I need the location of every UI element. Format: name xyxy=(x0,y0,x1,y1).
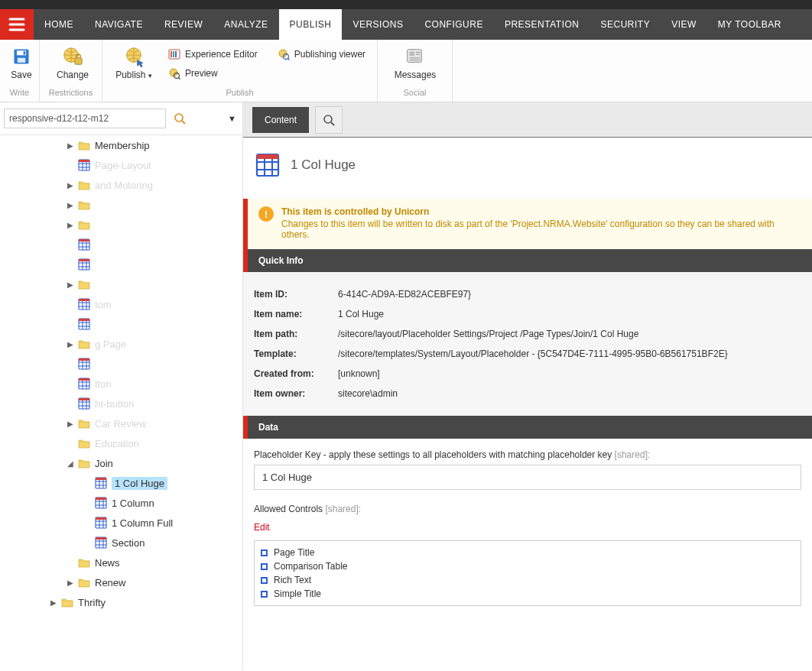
content-search-button[interactable] xyxy=(315,106,343,134)
messages-button[interactable]: Messages xyxy=(382,43,448,80)
nav-tab-analyze[interactable]: ANALYZE xyxy=(213,9,278,40)
expander-icon[interactable]: ▶ xyxy=(66,419,75,428)
tree-node[interactable]: ▶Thrifty xyxy=(0,592,242,612)
tree-node[interactable] xyxy=(0,254,242,274)
tree-node[interactable] xyxy=(0,235,242,254)
section-quick-info[interactable]: Quick Info xyxy=(243,249,812,272)
tree-node[interactable]: ▶ g Page xyxy=(0,334,242,354)
experience-editor-button[interactable]: Experience Editor xyxy=(165,46,261,63)
expander-icon[interactable] xyxy=(66,300,75,309)
content-tab[interactable]: Content xyxy=(252,107,309,133)
allowed-control-item[interactable]: Page Title xyxy=(261,546,794,559)
expander-icon[interactable] xyxy=(66,379,75,388)
expander-icon[interactable] xyxy=(66,399,75,408)
expander-icon[interactable]: ▶ xyxy=(66,280,75,289)
folder-icon xyxy=(78,278,90,290)
preview-icon xyxy=(168,67,180,79)
section-data[interactable]: Data xyxy=(243,416,812,439)
tree-search-button[interactable] xyxy=(174,112,186,125)
allowed-control-item[interactable]: Comparison Table xyxy=(261,559,794,573)
nav-tab-presentation[interactable]: PRESENTATION xyxy=(494,9,590,40)
expander-icon[interactable] xyxy=(66,319,75,329)
nav-tab-home[interactable]: HOME xyxy=(34,9,84,40)
nav-tab-my-toolbar[interactable]: MY TOOLBAR xyxy=(707,9,792,40)
tree-node-label: ht-button xyxy=(95,398,134,410)
tree-node[interactable]: ▶ xyxy=(0,215,242,235)
publish-button[interactable]: Publish ▾ xyxy=(107,43,161,82)
save-button[interactable]: Save xyxy=(5,43,38,80)
quick-info-value: [unknown] xyxy=(338,368,801,379)
expander-icon[interactable] xyxy=(83,498,92,507)
svg-rect-28 xyxy=(410,51,415,56)
quick-info-value: 1 Col Huge xyxy=(338,309,801,319)
tree-node[interactable] xyxy=(0,314,242,334)
expander-icon[interactable] xyxy=(66,439,75,448)
expander-icon[interactable]: ▶ xyxy=(66,180,75,190)
expander-icon[interactable] xyxy=(66,558,75,567)
tree-node[interactable]: 1 Column Full xyxy=(0,513,242,533)
tree-node[interactable]: News xyxy=(0,553,242,572)
tree-node[interactable]: ht-button xyxy=(0,394,242,413)
tree-node[interactable]: 1 Col Huge xyxy=(0,473,242,493)
tree-node[interactable]: ▶ and Motoring xyxy=(0,175,242,195)
expander-icon[interactable]: ▶ xyxy=(66,578,75,587)
expander-icon[interactable] xyxy=(83,478,92,488)
experience-editor-icon xyxy=(168,48,180,60)
expander-icon[interactable]: ▶ xyxy=(66,220,75,229)
edit-allowed-controls-link[interactable]: Edit xyxy=(254,522,270,533)
allowed-control-label: Simple Title xyxy=(274,588,321,599)
nav-tab-versions[interactable]: VERSIONS xyxy=(342,9,414,40)
expander-icon[interactable] xyxy=(66,359,75,368)
tree-node[interactable]: Section xyxy=(0,533,242,553)
nav-tab-security[interactable]: SECURITY xyxy=(590,9,661,40)
quick-info-row: Item path:/sitecore/layout/Placeholder S… xyxy=(254,324,801,344)
content-tree[interactable]: ▶Membership Page-Layout▶ and Motoring▶ ▶… xyxy=(0,135,242,612)
expander-icon[interactable] xyxy=(66,160,75,170)
expander-icon[interactable] xyxy=(83,518,92,527)
preview-button[interactable]: Preview xyxy=(165,65,369,82)
hamburger-button[interactable] xyxy=(0,9,34,40)
svg-line-23 xyxy=(287,58,290,60)
allowed-control-label: Rich Text xyxy=(274,575,311,585)
svg-rect-19 xyxy=(173,51,174,57)
expander-icon[interactable]: ◢ xyxy=(66,459,75,468)
change-restrictions-button[interactable]: Change xyxy=(44,43,101,80)
allowed-control-item[interactable]: Rich Text xyxy=(261,573,794,587)
placeholder-key-input[interactable] xyxy=(254,465,801,490)
tree-node[interactable]: ▶ xyxy=(0,195,242,215)
nav-tab-configure[interactable]: CONFIGURE xyxy=(414,9,494,40)
nav-tab-navigate[interactable]: NAVIGATE xyxy=(84,9,154,40)
tree-node[interactable]: tton xyxy=(0,374,242,394)
nav-tab-publish[interactable]: PUBLISH xyxy=(279,9,343,40)
nav-tab-view[interactable]: VIEW xyxy=(661,9,707,40)
tree-node[interactable]: ◢Join xyxy=(0,453,242,473)
tree-node[interactable]: tom xyxy=(0,294,242,314)
expander-icon[interactable] xyxy=(66,240,75,249)
tree-node[interactable]: ▶Car Review xyxy=(0,413,242,433)
expander-icon[interactable]: ▶ xyxy=(49,598,58,607)
publishing-viewer-button[interactable]: Publishing viewer xyxy=(274,46,369,63)
tree-node[interactable]: ▶Renew xyxy=(0,572,242,592)
folder-icon xyxy=(78,199,90,211)
tree-node[interactable]: Page-Layout xyxy=(0,155,242,175)
tree-node[interactable]: 1 Column xyxy=(0,493,242,513)
tree-node-label: Membership xyxy=(95,140,150,151)
tree-node[interactable] xyxy=(0,354,242,374)
expander-icon[interactable] xyxy=(66,260,75,269)
expander-icon[interactable] xyxy=(83,538,92,547)
quick-info-value: /sitecore/layout/Placeholder Settings/Pr… xyxy=(338,329,801,339)
nav-tab-review[interactable]: REVIEW xyxy=(154,9,213,40)
quick-info-block: Item ID: 6-414C-AD9A-ED82ACEBFE97}Item n… xyxy=(243,272,812,416)
tree-node[interactable]: ▶Membership xyxy=(0,135,242,155)
quick-info-key: Item name: xyxy=(254,309,338,319)
tree-search-input[interactable] xyxy=(4,109,166,128)
tree-node-label: Renew xyxy=(95,577,125,588)
tree-dropdown-button[interactable]: ▼ xyxy=(228,114,236,123)
allowed-control-item[interactable]: Simple Title xyxy=(261,587,794,601)
expander-icon[interactable]: ▶ xyxy=(66,339,75,348)
tree-node[interactable]: Education xyxy=(0,433,242,453)
expander-icon[interactable]: ▶ xyxy=(66,200,75,209)
expander-icon[interactable]: ▶ xyxy=(66,141,75,150)
notice-description: Changes to this item will be written to … xyxy=(281,219,801,240)
tree-node[interactable]: ▶ xyxy=(0,274,242,294)
